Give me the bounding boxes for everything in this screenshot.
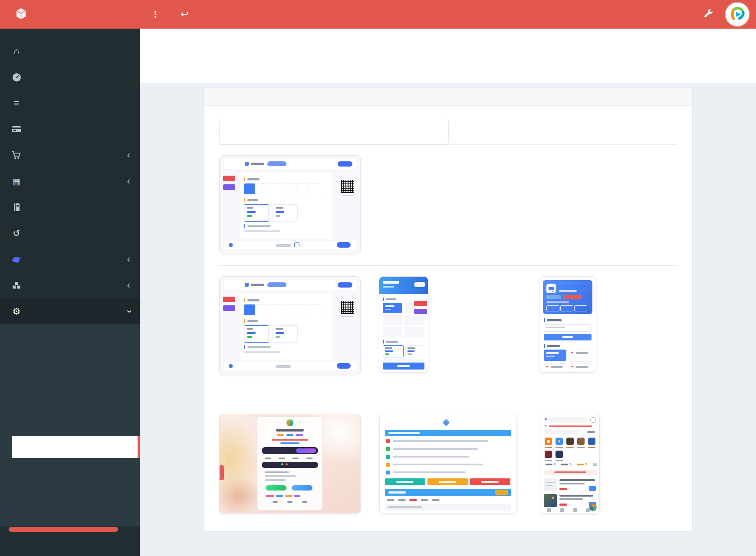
chevron-left-icon bbox=[127, 177, 130, 186]
ellipsis-icon bbox=[151, 9, 160, 20]
sidebar bbox=[0, 29, 140, 556]
sort-arrows-icon bbox=[585, 462, 588, 466]
heart-icon bbox=[571, 351, 573, 355]
template-tabs bbox=[219, 119, 677, 145]
menu-toggle-button[interactable] bbox=[151, 9, 163, 20]
sidebar-item-articles[interactable] bbox=[0, 194, 140, 220]
template-cell-agodm bbox=[372, 276, 525, 390]
grid-icon bbox=[10, 177, 23, 186]
dashboard-icon bbox=[10, 73, 23, 82]
heart-icon bbox=[546, 365, 548, 369]
template-thumbnail-anime[interactable] bbox=[219, 414, 361, 513]
template-cell-anime bbox=[219, 414, 372, 513]
template-cell-fxcoa bbox=[524, 414, 677, 513]
cart-icon bbox=[10, 151, 23, 160]
chevron-left-icon bbox=[127, 281, 130, 290]
tab-template-settings[interactable] bbox=[449, 119, 677, 144]
home-icon bbox=[10, 46, 23, 57]
main-content bbox=[140, 0, 756, 556]
template-grid-row2 bbox=[219, 400, 677, 513]
subitem-quick-login[interactable] bbox=[0, 458, 140, 480]
current-template-info bbox=[416, 155, 424, 182]
topbar-nav bbox=[140, 9, 192, 20]
tencent-video-avatar[interactable] bbox=[726, 3, 749, 26]
template-cell-agodn bbox=[524, 276, 677, 390]
sidebar-item-orders[interactable] bbox=[0, 90, 140, 116]
subitem-site-info[interactable] bbox=[0, 328, 140, 350]
sidebar-item-system-settings[interactable] bbox=[0, 298, 140, 324]
card-body bbox=[204, 106, 692, 531]
sidebar-item-login-log[interactable] bbox=[0, 220, 140, 246]
credit-card-icon bbox=[10, 125, 23, 133]
card-header bbox=[204, 88, 692, 106]
gear-icon bbox=[10, 306, 23, 317]
template-thumbnail-fxcoa[interactable] bbox=[541, 414, 600, 513]
template-grid-row1 bbox=[219, 276, 677, 390]
section-divider bbox=[219, 265, 677, 266]
chevron-down-icon bbox=[127, 307, 130, 316]
subitem-anti-cc[interactable] bbox=[0, 501, 140, 523]
sidebar-menu bbox=[0, 29, 140, 527]
history-icon bbox=[10, 228, 23, 239]
whale-icon bbox=[10, 255, 23, 264]
sidebar-item-overview[interactable] bbox=[0, 64, 140, 90]
heart-icon bbox=[571, 365, 573, 369]
sidebar-item-products[interactable] bbox=[0, 142, 140, 168]
template-thumbnail-agod[interactable] bbox=[219, 276, 361, 374]
reply-arrow-icon bbox=[181, 9, 188, 20]
content-body bbox=[140, 83, 756, 556]
grid-view-icon bbox=[593, 462, 597, 467]
sidebar-item-card-issuing[interactable] bbox=[0, 168, 140, 194]
template-settings-card bbox=[204, 88, 692, 531]
list-icon bbox=[10, 98, 23, 109]
subitem-home-template[interactable] bbox=[12, 436, 140, 458]
sort-arrows-icon bbox=[569, 462, 572, 466]
sidebar-item-home[interactable] bbox=[0, 38, 140, 64]
system-settings-submenu bbox=[0, 324, 140, 527]
tab-switch-template[interactable] bbox=[219, 119, 449, 144]
book-icon bbox=[10, 203, 23, 212]
template-thumbnail-agodm[interactable] bbox=[379, 276, 428, 373]
template-cell-agod bbox=[219, 276, 372, 390]
back-button[interactable] bbox=[181, 9, 192, 20]
sidebar-item-payment-log[interactable] bbox=[0, 116, 140, 142]
heart-icon bbox=[545, 424, 546, 427]
sort-arrows-icon bbox=[553, 462, 556, 466]
chevron-left-icon bbox=[127, 150, 130, 160]
sidebar-progress-bar bbox=[9, 527, 118, 532]
subitem-payment-api[interactable] bbox=[0, 415, 140, 436]
cube-logo-icon bbox=[16, 8, 26, 21]
app-brand[interactable] bbox=[0, 8, 140, 21]
template-thumbnail-agodn[interactable] bbox=[539, 276, 596, 373]
current-template-row bbox=[219, 155, 677, 253]
subitem-captcha-ip[interactable] bbox=[0, 480, 140, 501]
template-thumbnail-qg[interactable] bbox=[379, 414, 516, 513]
topbar-right bbox=[703, 3, 756, 26]
sidebar-item-integration[interactable] bbox=[0, 272, 140, 298]
subitem-email-notify[interactable] bbox=[0, 393, 140, 415]
subitem-substation[interactable] bbox=[0, 350, 140, 371]
content-header bbox=[140, 29, 756, 83]
current-template-thumbnail[interactable] bbox=[219, 155, 361, 253]
sidebar-item-ai-model[interactable] bbox=[0, 246, 140, 272]
admin-app bbox=[0, 0, 756, 556]
wrench-icon[interactable] bbox=[703, 9, 713, 20]
cubes-icon bbox=[10, 281, 23, 290]
subitem-announcement[interactable] bbox=[0, 371, 140, 393]
chevron-left-icon bbox=[127, 255, 130, 264]
template-cell-qg bbox=[372, 414, 525, 513]
topbar bbox=[0, 0, 756, 29]
